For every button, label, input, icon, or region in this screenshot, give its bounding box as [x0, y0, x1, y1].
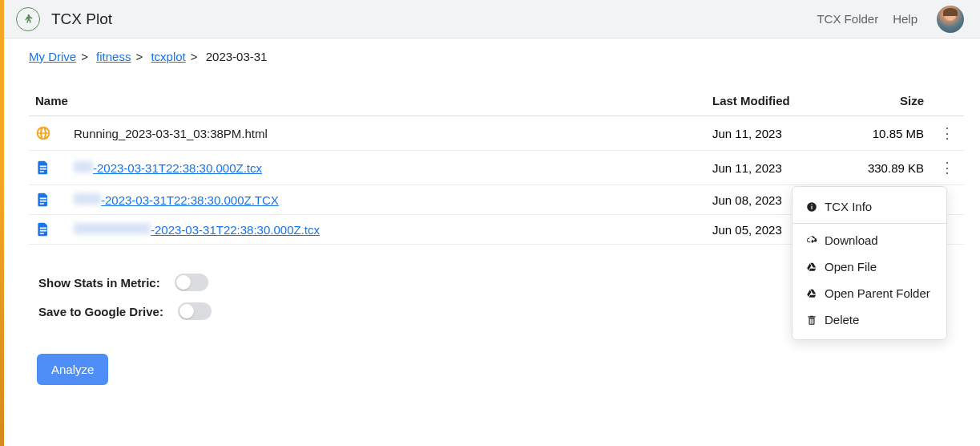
left-edge-accent	[0, 0, 4, 446]
menu-item-label: Open Parent Folder	[825, 286, 930, 300]
nav-tcx-folder[interactable]: TCX Folder	[817, 12, 878, 26]
menu-item-label: Download	[825, 233, 878, 247]
document-icon	[35, 221, 51, 237]
more-icon[interactable]: ⋮	[937, 123, 958, 144]
svg-rect-1	[811, 205, 812, 209]
col-header-name[interactable]: Name	[29, 86, 706, 116]
file-size: 330.89 KB	[834, 151, 930, 185]
drive-label: Save to Google Drive:	[38, 305, 163, 318]
table-row: Running_2023-03-31_03:38PM.htmlJun 11, 2…	[29, 116, 964, 151]
document-icon	[35, 192, 51, 208]
breadcrumb-item[interactable]: My Drive	[29, 50, 76, 63]
avatar[interactable]	[937, 6, 964, 33]
redacted-text	[74, 193, 101, 205]
redacted-text	[74, 161, 93, 172]
analyze-button[interactable]: Analyze	[37, 354, 108, 385]
breadcrumb-current: 2023-03-31	[206, 50, 268, 63]
breadcrumb: My Drive> fitness> tcxplot> 2023-03-31	[0, 39, 980, 63]
metric-toggle[interactable]	[175, 274, 208, 291]
file-link[interactable]: -2023-03-31T22:38:30.000Z.tcx	[151, 223, 320, 237]
menu-item-label: TCX Info	[825, 200, 872, 213]
top-nav: TCX Folder Help	[817, 6, 964, 33]
menu-item-open-file[interactable]: Open File	[792, 253, 946, 280]
more-icon[interactable]: ⋮	[937, 157, 958, 178]
file-link[interactable]: -2023-03-31T22:38:30.000Z.TCX	[101, 193, 279, 207]
info-icon	[805, 201, 818, 213]
table-row: -2023-03-31T22:38:30.000Z.tcxJun 11, 202…	[29, 151, 964, 185]
drive-toggle[interactable]	[178, 302, 212, 320]
menu-divider	[792, 223, 946, 224]
file-name: Running_2023-03-31_03:38PM.html	[74, 127, 268, 140]
breadcrumb-item[interactable]: tcxplot	[151, 50, 185, 63]
breadcrumb-separator: >	[191, 50, 198, 63]
trash-icon	[805, 314, 818, 326]
menu-item-label: Open File	[825, 260, 877, 274]
topbar: TCX Plot TCX Folder Help	[0, 0, 980, 39]
drive-icon	[805, 261, 818, 274]
app-title: TCX Plot	[51, 10, 112, 28]
download-icon	[805, 234, 818, 247]
col-header-modified[interactable]: Last Modified	[706, 86, 834, 116]
breadcrumb-item[interactable]: fitness	[96, 50, 131, 63]
menu-item-delete[interactable]: Delete	[792, 306, 946, 333]
nav-help[interactable]: Help	[893, 12, 917, 26]
file-size: 10.85 MB	[834, 116, 930, 151]
drive-icon	[805, 287, 818, 300]
redacted-text	[74, 223, 151, 234]
file-modified: Jun 11, 2023	[706, 151, 834, 185]
menu-item-open-parent-folder[interactable]: Open Parent Folder	[792, 280, 946, 306]
globe-icon	[35, 125, 51, 141]
col-header-size[interactable]: Size	[834, 86, 930, 116]
context-menu: TCX InfoDownloadOpen FileOpen Parent Fol…	[792, 186, 947, 340]
file-link[interactable]: -2023-03-31T22:38:30.000Z.tcx	[93, 161, 262, 175]
col-header-menu	[930, 86, 964, 116]
breadcrumb-separator: >	[81, 50, 88, 63]
breadcrumb-separator: >	[135, 50, 143, 63]
file-modified: Jun 11, 2023	[706, 116, 834, 151]
svg-rect-2	[811, 204, 812, 205]
app-logo[interactable]	[16, 7, 40, 31]
document-icon	[35, 160, 51, 176]
metric-label: Show Stats in Metric:	[38, 276, 160, 290]
menu-item-label: Delete	[825, 313, 859, 326]
menu-item-download[interactable]: Download	[792, 227, 946, 253]
menu-item-tcx-info[interactable]: TCX Info	[792, 193, 946, 220]
